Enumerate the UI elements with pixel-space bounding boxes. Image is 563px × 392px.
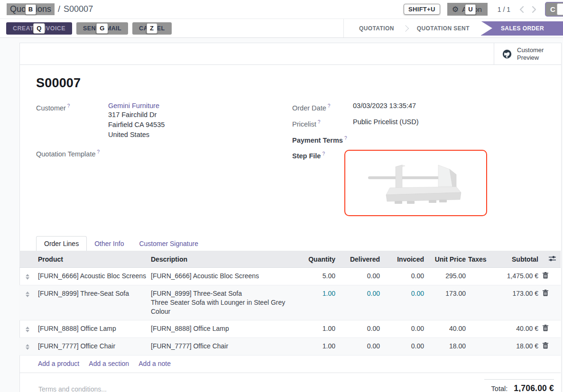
cell-invoiced[interactable]: 0.00 [381,285,425,320]
cell-taxes[interactable] [467,338,493,356]
handle-column-header [19,251,36,268]
cell-description[interactable]: [FURN_6666] Acoustic Bloc Screens [148,268,294,285]
cell-product[interactable]: [FURN_6666] Acoustic Bloc Screens [36,268,148,285]
cell-quantity[interactable]: 1.00 [294,285,337,320]
help-icon: ? [328,103,331,109]
cell-unit-price[interactable]: 173.00 [425,285,467,320]
page-title[interactable]: S00007 [36,76,545,91]
breadcrumb-separator: / [58,4,60,14]
app-window: Quotations B / S00007 SHIFT+U ⚙ Action U… [0,0,563,392]
order-lines-table: Product Description Quantity Delivered I… [19,251,561,373]
cell-subtotal: 18.00 € [493,338,540,356]
cell-invoiced[interactable]: 0.00 [381,338,425,356]
cell-quantity[interactable]: 1.00 [294,338,337,356]
cell-delivered[interactable]: 0.00 [337,320,381,338]
help-icon: ? [97,149,100,155]
delete-row-button[interactable] [543,325,548,333]
cell-delivered[interactable]: 0.00 [337,338,381,356]
column-header-product[interactable]: Product [36,251,148,268]
cell-unit-price[interactable]: 295.00 [425,268,467,285]
cell-invoiced[interactable]: 0.00 [381,320,425,338]
trash-icon [543,342,548,349]
cell-description[interactable]: [FURN_8999] Three-Seat Sofa Three Seater… [148,285,294,320]
pager-next-icon[interactable] [532,6,536,13]
status-step-quotation[interactable]: QUOTATION [351,21,402,36]
cell-delivered[interactable]: 0.00 [337,285,381,320]
table-row: [FURN_8888] Office Lamp [FURN_8888] Offi… [19,320,561,338]
customer-link[interactable]: Gemini Furniture [108,102,159,109]
column-header-subtotal[interactable]: Subtotal [493,251,540,268]
breadcrumb-quotations-link[interactable]: Quotations B [7,3,55,15]
add-a-section-link[interactable]: Add a section [89,360,129,367]
cancel-button[interactable]: CANCEL Z [132,22,171,35]
pager-counter: 1 / 1 [498,6,510,13]
customer-preview-button[interactable]: Customer Preview [494,43,561,64]
trash-icon [543,272,548,279]
terms-and-conditions-field[interactable]: Terms and conditions... [38,385,107,392]
tab-customer-signature[interactable]: Customer Signature [131,237,206,251]
send-email-button[interactable]: SEND EMAIL G [76,22,128,35]
cell-invoiced[interactable]: 0.00 [381,268,425,285]
cell-delivered[interactable]: 0.00 [337,268,381,285]
trash-icon [543,325,548,331]
breadcrumb-current: S00007 [64,4,93,14]
table-footer-links: Add a product Add a section Add a note [19,356,561,373]
pricelist-value[interactable]: Public Pricelist (USD) [353,118,419,128]
keyboard-hint-q: Q [33,23,45,34]
order-date-label: Order Date? [292,102,353,112]
delete-row-button[interactable] [543,342,548,350]
add-a-product-link[interactable]: Add a product [38,360,79,367]
drag-handle-icon[interactable] [19,324,36,332]
status-step-quotation-sent[interactable]: QUOTATION SENT [409,21,477,36]
table-row: [FURN_8999] Three-Seat Sofa [FURN_8999] … [19,285,561,320]
help-icon: ? [318,119,321,125]
cell-quantity[interactable]: 5.00 [294,268,337,285]
column-header-unit-price[interactable]: Unit Price [425,251,467,268]
statusbar: QUOTATION QUOTATION SENT SALES ORDER [343,19,563,37]
cell-description[interactable]: [FURN_8888] Office Lamp [148,320,294,338]
step-file-preview-frame[interactable] [344,150,487,216]
field-grid: Customer? Gemini Furniture 317 Fairchild… [36,102,545,222]
breadcrumb: Quotations B / S00007 [7,3,93,15]
table-row: [FURN_6666] Acoustic Bloc Screens [FURN_… [19,268,561,285]
delete-row-button[interactable] [543,272,548,280]
pager-previous-icon[interactable] [519,6,524,13]
cell-product[interactable]: [FURN_7777] Office Chair [36,338,148,356]
action-menu-button[interactable]: ⚙ Action U [447,3,488,16]
cell-product[interactable]: [FURN_8999] Three-Seat Sofa [36,285,148,320]
corner-hint-letter: C [550,5,555,13]
add-a-note-link[interactable]: Add a note [138,360,171,367]
cell-taxes[interactable] [467,285,493,320]
drag-handle-icon[interactable] [19,342,36,350]
field-payment-terms[interactable]: Payment Terms? [292,134,545,145]
column-header-delivered[interactable]: Delivered [337,251,381,268]
field-quotation-template[interactable]: Quotation Template? [36,148,292,158]
cell-quantity[interactable]: 1.00 [294,320,337,338]
optional-columns-icon[interactable] [540,251,561,268]
cell-taxes[interactable] [467,320,493,338]
cell-taxes[interactable] [467,268,493,285]
tab-order-lines[interactable]: Order Lines [36,236,87,251]
column-header-taxes[interactable]: Taxes [467,251,493,268]
customer-label: Customer? [36,102,108,140]
field-pricelist: Pricelist? Public Pricelist (USD) [292,118,545,128]
status-step-sales-order[interactable]: SALES ORDER [481,21,563,36]
column-header-invoiced[interactable]: Invoiced [381,251,425,268]
customer-address: 317 Fairchild Dr Fairfield CA 94535 Unit… [108,110,165,140]
create-invoice-button[interactable]: CREATE INVOICE Q [6,22,72,35]
cell-description[interactable]: [FURN_7777] Office Chair [148,338,294,356]
drag-handle-icon[interactable] [19,272,36,280]
cell-unit-price[interactable]: 18.00 [425,338,467,356]
corner-cutoff-button[interactable]: C [545,2,563,17]
column-header-quantity[interactable]: Quantity [294,251,337,268]
delete-row-button[interactable] [543,290,548,298]
tab-other-info[interactable]: Other Info [87,237,131,251]
cell-unit-price[interactable]: 40.00 [425,320,467,338]
column-header-description[interactable]: Description [148,251,294,268]
cell-product[interactable]: [FURN_8888] Office Lamp [36,320,148,338]
sheet-bottom: Terms and conditions... Total: 1,706.00 … [20,373,561,392]
pricelist-label: Pricelist? [292,118,353,128]
help-icon: ? [322,151,325,156]
drag-handle-icon[interactable] [19,289,36,297]
order-date-value[interactable]: 03/03/2023 13:35:47 [353,102,416,112]
